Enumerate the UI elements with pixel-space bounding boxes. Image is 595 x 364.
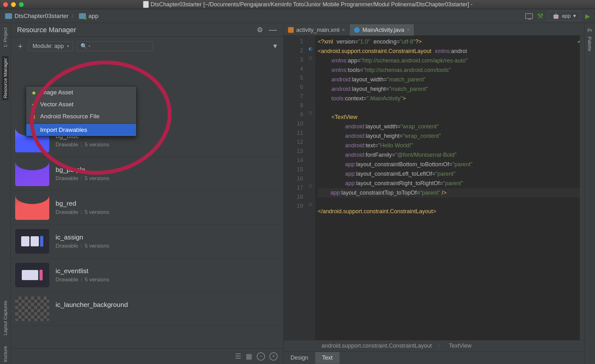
tool-project[interactable]: 1: Project [2, 26, 9, 49]
window-title-text: DtsChapter03starter [~/Documents/Pengaja… [151, 1, 473, 8]
menu-separator [26, 123, 136, 123]
tab-text[interactable]: Text [315, 352, 340, 364]
layout-editor-tabs: Design Text [284, 351, 584, 364]
resource-name: ic_eventlist [56, 267, 109, 275]
right-tool-strip: Pr Palette [584, 23, 595, 364]
build-button[interactable]: ⚒ [537, 12, 544, 20]
grid-view-button[interactable]: ▦ [246, 352, 252, 361]
menu-import-drawables[interactable]: ⭱ Import Drawables [26, 124, 136, 136]
resource-thumbnail [15, 229, 49, 254]
menu-item-label: Import Drawables [40, 126, 87, 133]
resource-search-input[interactable]: 🔍▾ [77, 41, 153, 51]
tool-palette[interactable]: Palette [586, 35, 593, 53]
resource-type: Drawable [56, 175, 78, 181]
main-toolbar: ⚒ 🤖 app ▾ ▶ [525, 11, 590, 21]
resource-versions: 5 versions [85, 142, 109, 148]
breadcrumb-project[interactable]: DtsChapter03starter [15, 13, 69, 20]
editor-tab-mainactivity[interactable]: MainActivity.java × [350, 24, 414, 36]
file-icon: ▮ [31, 113, 37, 120]
zoom-out-button[interactable]: − [257, 352, 265, 361]
breadcrumb-item[interactable]: TextView [449, 343, 472, 349]
android-icon: 🤖 [553, 13, 559, 19]
tool-resource-manager[interactable]: Resource Manager [2, 56, 9, 100]
resource-type: Drawable [56, 243, 78, 249]
close-tab-icon[interactable]: × [407, 27, 410, 33]
hide-panel-button[interactable]: — [269, 25, 277, 35]
navigation-bar: DtsChapter03starter 〉 app ⚒ 🤖 app ▾ ▶ [0, 9, 595, 23]
search-icon: 🔍 [81, 43, 87, 50]
add-resource-menu: ◆ Image Asset ◆ Vector Asset ▮ Android R… [26, 86, 136, 136]
tool-pr[interactable]: Pr [587, 26, 593, 35]
resource-versions: 5 versions [85, 243, 109, 249]
chevron-down-icon: ▾ [88, 44, 90, 48]
gear-icon[interactable]: ⚙ [257, 26, 263, 34]
resource-thumbnail [15, 195, 49, 220]
resource-row-ic-launcher-bg[interactable]: ic_launcher_background [11, 292, 283, 326]
panel-title: Resource Manager [17, 26, 76, 34]
xml-file-icon [288, 27, 294, 33]
device-select-icon[interactable] [525, 13, 533, 19]
code-content[interactable]: <?xml version="1.0" encoding="utf-8"?> <… [315, 36, 584, 340]
tab-design[interactable]: Design [284, 352, 315, 364]
import-icon: ⭱ [31, 127, 37, 133]
editor-tab-bar: activity_main.xml × MainActivity.java × [284, 23, 584, 36]
resource-meta: ic_assign Drawable|5 versions [56, 233, 109, 249]
resource-thumbnail [15, 296, 49, 321]
menu-image-asset[interactable]: ◆ Image Asset [26, 86, 136, 98]
list-view-button[interactable]: ☰ [235, 352, 241, 361]
resource-meta: ic_launcher_background [56, 301, 128, 317]
resource-meta: bg_red Drawable|5 versions [56, 200, 109, 215]
editor-panel: activity_main.xml × MainActivity.java × … [284, 23, 584, 364]
breadcrumb-module[interactable]: app [88, 13, 99, 20]
code-editor[interactable]: 12345678910111213141516171819 ◐⊟⊟⊟⊟ <?xm… [284, 36, 584, 340]
main-area: Resource Manager ⚙ — + Module: app 🔍▾ ▼ … [11, 23, 584, 364]
zoom-in-button[interactable]: + [269, 352, 278, 361]
resource-versions: 5 versions [85, 277, 109, 283]
resource-type: Drawable [56, 142, 78, 148]
resource-row-bg-purple[interactable]: bg_purple Drawable|5 versions [11, 157, 283, 191]
minimize-window-button[interactable] [11, 2, 16, 7]
run-button[interactable]: ▶ [585, 12, 590, 20]
menu-android-resource-file[interactable]: ▮ Android Resource File [26, 110, 136, 122]
menu-item-label: Android Resource File [40, 113, 99, 120]
tab-label: activity_main.xml [296, 27, 340, 33]
add-resource-button[interactable]: + [16, 41, 25, 51]
project-folder-icon [5, 13, 12, 19]
close-window-button[interactable] [3, 2, 8, 7]
tool-structure[interactable]: tructure [2, 344, 9, 364]
resource-meta: ic_eventlist Drawable|5 versions [56, 267, 109, 283]
resource-row-bg-red[interactable]: bg_red Drawable|5 versions [11, 191, 283, 225]
window-title: DtsChapter03starter [~/Documents/Pengaja… [24, 1, 592, 8]
traffic-lights [3, 2, 24, 7]
module-selector-label: Module: app [33, 43, 64, 50]
android-icon: ◆ [31, 89, 37, 96]
module-folder-icon [79, 13, 86, 19]
android-icon: ◆ [31, 101, 37, 108]
resource-type: Drawable [56, 209, 78, 215]
resource-thumbnail [15, 161, 49, 186]
error-stripe[interactable] [580, 36, 584, 340]
resource-name: ic_assign [56, 233, 109, 241]
resource-row-ic-eventlist[interactable]: ic_eventlist Drawable|5 versions [11, 258, 283, 292]
resource-row-ic-assign[interactable]: ic_assign Drawable|5 versions [11, 225, 283, 258]
maximize-window-button[interactable] [19, 2, 24, 7]
resource-manager-panel: Resource Manager ⚙ — + Module: app 🔍▾ ▼ … [11, 23, 284, 364]
module-selector[interactable]: Module: app [28, 41, 73, 51]
resource-manager-footer: ☰ ▦ − + [11, 348, 283, 364]
tool-layout-captures[interactable]: Layout Captures [2, 299, 9, 337]
filter-icon[interactable]: ▼ [272, 43, 278, 50]
tab-label: MainActivity.java [362, 27, 404, 33]
run-config-selector[interactable]: 🤖 app ▾ [548, 11, 581, 21]
resource-name: ic_launcher_background [56, 301, 128, 308]
resource-versions: 5 versions [85, 175, 109, 181]
close-tab-icon[interactable]: × [342, 27, 345, 33]
line-number-gutter: 12345678910111213141516171819 [284, 36, 306, 340]
menu-vector-asset[interactable]: ◆ Vector Asset [26, 98, 136, 110]
document-icon [143, 1, 149, 8]
run-config-label: app [562, 13, 571, 19]
breadcrumb-item[interactable]: android.support.constraint.ConstraintLay… [322, 343, 432, 349]
resource-manager-header: Resource Manager ⚙ — [11, 23, 283, 37]
editor-tab-activity-main[interactable]: activity_main.xml × [284, 24, 350, 36]
resource-type: Drawable [56, 277, 78, 283]
macos-titlebar: DtsChapter03starter [~/Documents/Pengaja… [0, 0, 595, 9]
